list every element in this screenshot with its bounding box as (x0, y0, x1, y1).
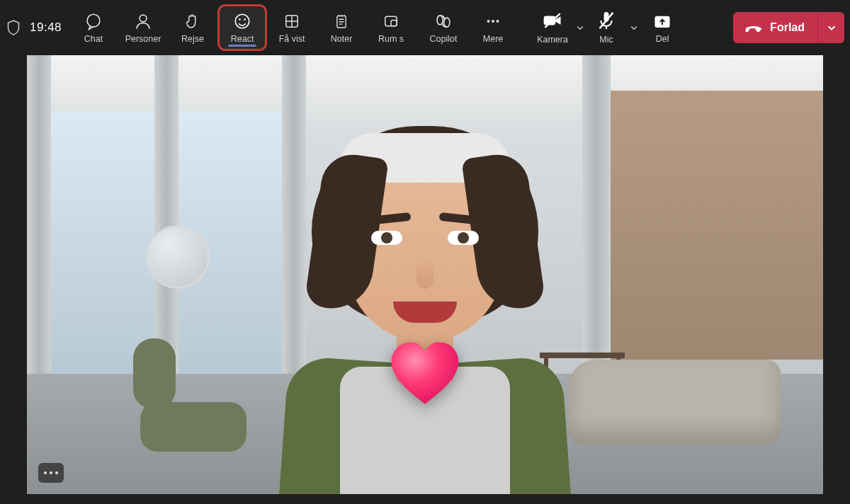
camera-off-icon (543, 11, 562, 30)
toolbar-right: Forlad (733, 12, 844, 43)
chat-button[interactable]: Chat (69, 4, 118, 51)
copilot-button[interactable]: Copilot (419, 4, 468, 51)
share-button[interactable]: Del (641, 4, 684, 51)
leave-label: Forlad (770, 21, 805, 34)
view-grid-icon (283, 12, 301, 30)
react-smile-icon (233, 12, 251, 30)
mic-off-icon (596, 11, 616, 30)
participant-avatar (255, 98, 595, 494)
camera-label: Kamera (537, 35, 568, 45)
shield-icon[interactable] (6, 18, 21, 37)
mic-toggle-button[interactable]: Mic (587, 4, 625, 51)
hangup-icon (744, 21, 763, 34)
raise-hand-button[interactable]: Rejse (168, 4, 217, 51)
rooms-button[interactable]: Rum s (366, 4, 416, 51)
more-button[interactable]: Mere (468, 4, 518, 51)
notes-label: Noter (331, 35, 353, 44)
floating-heart-reaction (386, 338, 464, 409)
meeting-toolbar: 19:48 Chat Personer Rejse (0, 0, 850, 55)
view-button[interactable]: Få vist (267, 4, 317, 51)
mic-control: Mic (587, 4, 641, 51)
stage-more-button[interactable] (38, 463, 64, 483)
toolbar-left: 19:48 (6, 18, 62, 37)
mic-options-chevron[interactable] (627, 4, 641, 51)
svg-point-12 (492, 20, 494, 23)
view-label: Få vist (279, 35, 305, 44)
rooms-icon (382, 12, 400, 30)
more-label: Mere (483, 35, 503, 44)
react-button[interactable]: React (217, 4, 267, 51)
chat-label: Chat (84, 35, 103, 44)
chat-icon (84, 12, 103, 30)
camera-toggle-button[interactable]: Kamera (533, 4, 572, 51)
svg-point-4 (244, 18, 246, 21)
svg-point-13 (497, 20, 499, 23)
people-button[interactable]: Personer (118, 4, 168, 51)
svg-point-9 (437, 16, 443, 25)
react-label: React (231, 35, 254, 44)
share-screen-icon (653, 12, 672, 30)
mic-label: Mic (599, 35, 613, 45)
notes-icon (332, 12, 351, 30)
leave-options-button[interactable] (817, 12, 844, 43)
rooms-label: Rum s (378, 35, 404, 44)
leave-group: Forlad (733, 12, 844, 43)
people-label: Personer (125, 35, 162, 44)
svg-point-11 (487, 20, 490, 23)
copilot-label: Copilot (430, 35, 458, 44)
raise-hand-icon (183, 12, 202, 30)
svg-point-3 (239, 18, 241, 21)
video-stage (27, 55, 823, 494)
notes-button[interactable]: Noter (317, 4, 366, 51)
svg-point-10 (444, 18, 450, 27)
raise-hand-label: Rejse (181, 35, 204, 44)
more-ellipsis-icon (484, 12, 502, 30)
copilot-icon (434, 12, 453, 30)
meeting-timer: 19:48 (30, 21, 62, 35)
camera-control: Kamera (533, 4, 587, 51)
leave-button[interactable]: Forlad (733, 12, 817, 43)
camera-options-chevron[interactable] (573, 4, 587, 51)
svg-point-0 (87, 14, 100, 27)
share-label: Del (656, 35, 669, 44)
svg-point-1 (140, 15, 147, 22)
people-icon (134, 12, 152, 30)
